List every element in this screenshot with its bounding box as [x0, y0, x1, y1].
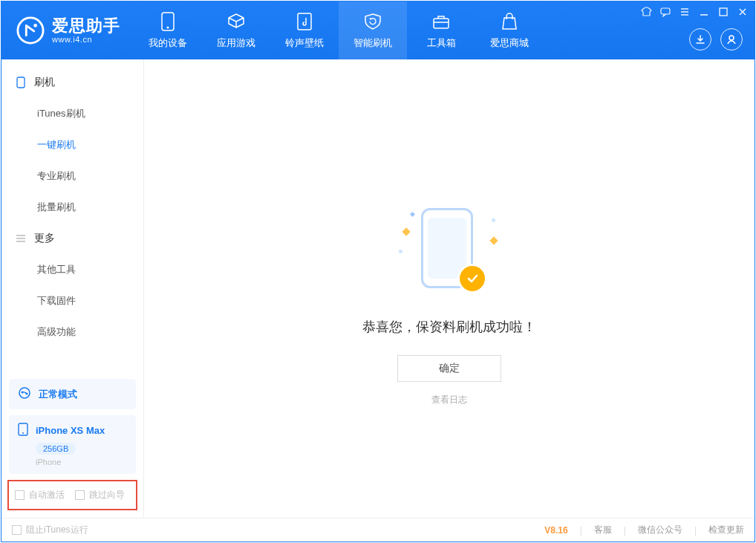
version-label: V8.16	[544, 525, 567, 536]
mode-card[interactable]: 正常模式	[9, 379, 136, 409]
sidebar-item-oneclick-flash[interactable]: 一键刷机	[1, 129, 143, 160]
check-update-link[interactable]: 检查更新	[708, 524, 744, 536]
nav-my-device[interactable]: 我的设备	[134, 1, 202, 59]
sidebar-item-other-tools[interactable]: 其他工具	[1, 254, 143, 285]
svg-rect-9	[17, 77, 25, 88]
bag-icon	[501, 11, 518, 32]
svg-point-10	[19, 388, 30, 398]
device-type: iPhone	[36, 458, 127, 466]
sidebar: 刷机 iTunes刷机 一键刷机 专业刷机 批量刷机 更多 其他工具 下载固件 …	[1, 59, 144, 518]
checkmark-badge-icon	[460, 266, 485, 291]
svg-point-8	[729, 36, 734, 40]
device-capacity: 256GB	[36, 443, 76, 455]
device-phone-icon	[18, 423, 28, 438]
success-illustration	[397, 208, 501, 297]
feedback-icon[interactable]	[659, 6, 671, 18]
menu-icon[interactable]	[679, 6, 691, 18]
checkbox-skip-guide[interactable]: 跳过向导	[75, 489, 125, 501]
svg-rect-4	[298, 13, 311, 30]
nav-store[interactable]: 爱思商城	[475, 1, 544, 59]
sidebar-item-pro-flash[interactable]: 专业刷机	[1, 160, 143, 192]
svg-rect-6	[661, 8, 670, 14]
app-url: www.i4.cn	[52, 35, 120, 44]
nav-apps-games[interactable]: 应用游戏	[202, 1, 270, 59]
app-header: 爱思助手 www.i4.cn 我的设备 应用游戏 铃声壁纸 智能刷机	[1, 1, 755, 59]
svg-point-1	[33, 24, 37, 27]
sidebar-item-advanced[interactable]: 高级功能	[1, 316, 143, 348]
maximize-icon[interactable]	[717, 6, 729, 18]
sidebar-group-flash: 刷机	[1, 67, 143, 98]
list-icon	[15, 233, 27, 244]
window-controls	[640, 6, 749, 18]
svg-point-3	[167, 27, 169, 29]
nav-smart-flash[interactable]: 智能刷机	[339, 1, 407, 59]
phone-icon	[161, 11, 175, 32]
device-name: iPhone XS Max	[36, 425, 105, 436]
app-name: 爱思助手	[52, 17, 120, 35]
main-content: 恭喜您，保资料刷机成功啦！ 确定 查看日志	[144, 59, 755, 518]
highlighted-options: 自动激活 跳过向导	[7, 480, 137, 510]
cube-icon	[227, 11, 246, 32]
checkbox-auto-activate[interactable]: 自动激活	[15, 489, 65, 501]
sidebar-group-more: 更多	[1, 223, 143, 254]
view-log-link[interactable]: 查看日志	[431, 394, 467, 406]
music-file-icon	[296, 11, 313, 32]
success-message: 恭喜您，保资料刷机成功啦！	[362, 318, 536, 336]
sidebar-item-itunes-flash[interactable]: iTunes刷机	[1, 98, 143, 129]
sidebar-item-batch-flash[interactable]: 批量刷机	[1, 192, 143, 223]
svg-point-14	[22, 432, 24, 434]
sidebar-item-download-firmware[interactable]: 下载固件	[1, 285, 143, 316]
phone-small-icon	[15, 77, 27, 88]
top-nav: 我的设备 应用游戏 铃声壁纸 智能刷机 工具箱 爱思商城	[134, 1, 544, 59]
support-link[interactable]: 客服	[594, 524, 612, 536]
download-icon[interactable]	[689, 28, 711, 51]
nav-toolbox[interactable]: 工具箱	[407, 1, 475, 59]
device-card[interactable]: iPhone XS Max 256GB iPhone	[9, 415, 136, 474]
status-bar: 阻止iTunes运行 V8.16 | 客服 | 微信公众号 | 检查更新	[1, 518, 755, 542]
close-icon[interactable]	[737, 6, 749, 18]
mode-label: 正常模式	[39, 388, 77, 401]
checkbox-block-itunes[interactable]: 阻止iTunes运行	[12, 524, 88, 536]
svg-rect-5	[434, 19, 449, 28]
app-logo-icon	[16, 16, 45, 45]
svg-point-0	[18, 18, 43, 43]
toolbox-icon	[431, 11, 451, 32]
svg-rect-7	[720, 8, 727, 16]
ok-button[interactable]: 确定	[397, 355, 501, 382]
mode-icon	[18, 386, 31, 402]
logo: 爱思助手 www.i4.cn	[1, 1, 134, 59]
user-icon[interactable]	[720, 28, 743, 51]
wechat-link[interactable]: 微信公众号	[638, 524, 682, 536]
minimize-icon[interactable]	[698, 6, 710, 18]
refresh-shield-icon	[363, 11, 382, 32]
tshirt-icon[interactable]	[640, 6, 652, 18]
nav-ringtone-wallpaper[interactable]: 铃声壁纸	[270, 1, 339, 59]
